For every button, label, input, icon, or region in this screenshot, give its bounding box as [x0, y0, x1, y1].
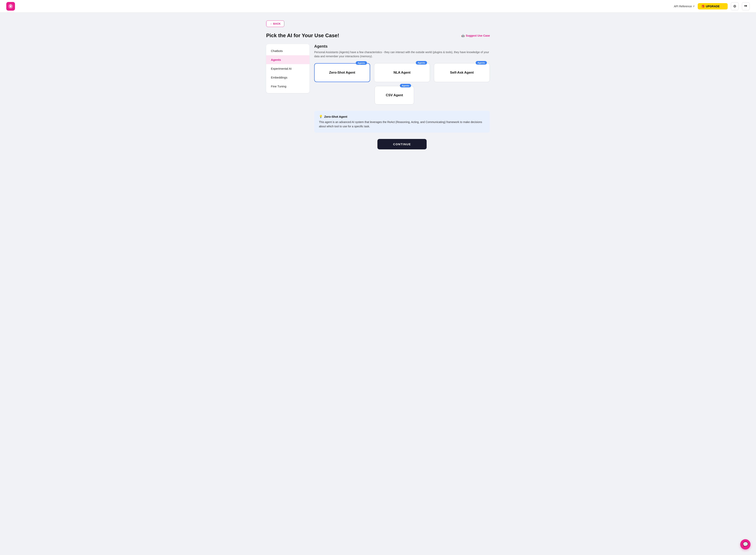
- logo: [6, 2, 15, 11]
- header: API Reference 🎁 UPGRADE ⚡ ⚙ ⮕: [0, 0, 756, 12]
- card-badge-csv: Agents: [400, 84, 411, 87]
- page-title: Pick the AI for Your Use Case!: [266, 33, 339, 39]
- card-label-csv: CSV Agent: [386, 93, 403, 97]
- settings-button[interactable]: ⚙: [731, 2, 739, 10]
- card-label-self-ask: Self-Ask Agent: [450, 71, 474, 75]
- section-title: Agents: [314, 44, 490, 49]
- info-box-title: 💡 Zero-Shot Agent: [319, 115, 485, 118]
- gift-icon: 🎁: [701, 5, 705, 8]
- card-label-nla: NLA Agent: [393, 71, 411, 75]
- info-box-title-text: Zero-Shot Agent: [324, 115, 347, 118]
- suggest-label: Suggest Use Case: [466, 34, 490, 37]
- main-content: ← BACK Pick the AI for Your Use Case! 🤖 …: [260, 12, 496, 162]
- upgrade-button[interactable]: 🎁 UPGRADE ⚡: [698, 3, 728, 9]
- continue-section: CONTINUE: [314, 139, 490, 150]
- chat-icon: 💬: [743, 542, 748, 547]
- logout-button[interactable]: ⮕: [742, 2, 750, 10]
- agent-cards-grid: Agents Zero-Shot Agent Agents NLA Agent …: [314, 63, 490, 82]
- card-nla-agent[interactable]: Agents NLA Agent: [374, 63, 430, 82]
- section-description: Personal Assistants (Agents) have a few …: [314, 50, 490, 58]
- card-csv-agent[interactable]: Agents CSV Agent: [375, 86, 414, 104]
- chat-bubble-button[interactable]: 💬: [740, 539, 751, 550]
- header-right: API Reference 🎁 UPGRADE ⚡ ⚙ ⮕: [674, 2, 750, 10]
- api-reference-link[interactable]: API Reference: [674, 5, 695, 8]
- card-badge-self-ask: Agents: [476, 61, 487, 65]
- suggest-icon: 🤖: [461, 34, 465, 37]
- upgrade-label: UPGRADE: [706, 5, 720, 8]
- sidebar-item-fine-tuning[interactable]: Fine Tuning: [266, 82, 309, 91]
- right-panel: Agents Personal Assistants (Agents) have…: [314, 44, 490, 154]
- info-box-description: This agent is an advanced AI system that…: [319, 120, 485, 129]
- suggest-use-case-link[interactable]: 🤖 Suggest Use Case: [461, 34, 490, 37]
- sidebar-item-agents[interactable]: Agents: [266, 55, 309, 64]
- card-self-ask-agent[interactable]: Agents Self-Ask Agent: [434, 63, 490, 82]
- info-box: 💡 Zero-Shot Agent This agent is an advan…: [314, 111, 490, 133]
- card-label-zero-shot: Zero-Shot Agent: [329, 71, 355, 75]
- sidebar-item-embeddings[interactable]: Embeddings: [266, 73, 309, 82]
- settings-icon: ⚙: [733, 4, 736, 8]
- logout-icon: ⮕: [744, 4, 748, 8]
- card-badge-zero-shot: Agents: [356, 61, 367, 65]
- sidebar-item-experimental-ai[interactable]: Experimental AI: [266, 64, 309, 73]
- card-badge-nla: Agents: [416, 61, 427, 65]
- sidebar-item-chatbots[interactable]: Chatbots: [266, 46, 309, 55]
- info-icon: 💡: [319, 115, 323, 118]
- card-zero-shot-agent[interactable]: Agents Zero-Shot Agent: [314, 63, 370, 82]
- sidebar: Chatbots Agents Experimental AI Embeddin…: [266, 44, 309, 93]
- agent-cards-row2: Agents CSV Agent: [314, 86, 490, 104]
- back-button[interactable]: ← BACK: [266, 20, 284, 27]
- page-header: Pick the AI for Your Use Case! 🤖 Suggest…: [266, 33, 490, 39]
- svg-point-1: [10, 5, 11, 6]
- continue-button[interactable]: CONTINUE: [377, 139, 427, 150]
- lightning-icon: ⚡: [721, 5, 724, 8]
- content-area: Chatbots Agents Experimental AI Embeddin…: [266, 44, 490, 154]
